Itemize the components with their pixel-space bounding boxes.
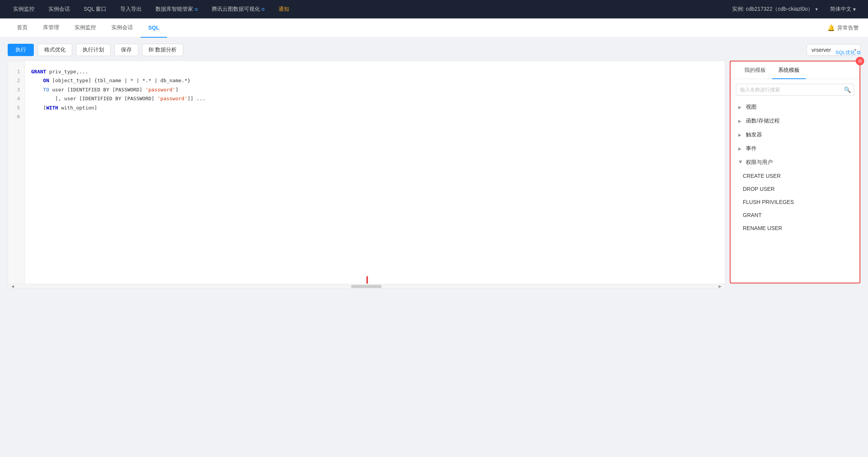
lang-selector[interactable]: 简体中文 ▾ — [824, 6, 862, 13]
sql-toolbar: 执行 格式优化 执行计划 保存 BI 数据分析 vrserver ▾ — [8, 44, 860, 56]
panel-search-wrap: 🔍 — [731, 79, 860, 100]
search-icon[interactable]: 🔍 — [844, 86, 851, 93]
panel-tabs: 我的模板 系统模板 — [731, 61, 860, 79]
bi-button[interactable]: BI 数据分析 — [142, 44, 183, 56]
format-button[interactable]: 格式优化 — [38, 44, 72, 56]
scroll-position-marker — [366, 276, 368, 284]
nav-import-export[interactable]: 导入导出 — [113, 0, 149, 18]
instance-chevron-icon: ▾ — [815, 7, 818, 12]
scroll-left-arrow-icon[interactable]: ◀ — [11, 284, 14, 288]
nav-db-smart-admin[interactable]: 数据库智能管家 ⧉ — [149, 0, 205, 18]
alert-button[interactable]: 🔔 异常告警 — [827, 24, 859, 31]
tree-arrow-func-icon: ▶ — [738, 119, 743, 124]
save-button[interactable]: 保存 — [114, 44, 138, 56]
sql-optimize-link[interactable]: SQL优化 ⧉ — [835, 49, 860, 56]
external-link-icon: ⧉ — [195, 7, 198, 12]
execute-button[interactable]: 执行 — [8, 44, 34, 56]
line-numbers: 1 2 3 4 5 6 — [8, 61, 25, 284]
editor-scrollbar[interactable]: ◀ ▶ — [8, 284, 725, 288]
main-content: 执行 格式优化 执行计划 保存 BI 数据分析 vrserver ▾ 1 2 3… — [0, 38, 868, 457]
template-tree: ▶ 视图 ▶ 函数/存储过程 ▶ 触发器 ▶ — [731, 100, 860, 241]
tree-child-flush-privileges[interactable]: FLUSH PRIVILEGES — [743, 195, 860, 209]
nav2-home[interactable]: 首页 — [9, 18, 35, 38]
bell-icon: 🔔 — [827, 24, 835, 31]
tree-child-rename-user[interactable]: RENAME USER — [743, 222, 860, 235]
top-nav: 实例监控 实例会话 SQL 窗口 导入导出 数据库智能管家 ⧉ 腾讯云图数据可视… — [0, 0, 868, 18]
scroll-thumb[interactable] — [351, 285, 382, 288]
tree-arrow-event-icon: ▶ — [738, 146, 743, 151]
tree-item-func-proc[interactable]: ▶ 函数/存储过程 — [731, 114, 860, 128]
right-panel: 存 我的模板 系统模板 🔍 — [730, 61, 860, 283]
lang-chevron-icon: ▾ — [853, 6, 856, 12]
tree-child-grant[interactable]: GRANT — [743, 209, 860, 222]
nav2-sql[interactable]: SQL — [141, 18, 167, 38]
tree-child-create-user[interactable]: CREATE USER — [743, 169, 860, 182]
external-link-icon-2: ⧉ — [262, 7, 265, 12]
code-area[interactable]: GRANT priv_type,... ON [object_type] {tb… — [25, 61, 725, 284]
second-nav: 首页 库管理 实例监控 实例会话 SQL 🔔 异常告警 — [0, 18, 868, 38]
nav2-db-mgmt[interactable]: 库管理 — [35, 18, 67, 38]
template-search-input[interactable] — [736, 84, 854, 96]
nav-notice[interactable]: 通知 — [272, 0, 296, 18]
tree-arrow-trigger-icon: ▶ — [738, 132, 743, 137]
tree-child-drop-user[interactable]: DROP USER — [743, 182, 860, 195]
external-link-icon-sql: ⧉ — [857, 50, 860, 56]
nav-sql-window[interactable]: SQL 窗口 — [77, 0, 113, 18]
nav-instance-monitor[interactable]: 实例监控 — [6, 0, 41, 18]
nav2-inst-monitor[interactable]: 实例监控 — [67, 18, 104, 38]
tree-item-event[interactable]: ▶ 事件 — [731, 142, 860, 156]
nav2-inst-session[interactable]: 实例会话 — [104, 18, 141, 38]
tab-sys-template[interactable]: 系统模板 — [772, 61, 806, 79]
sql-editor-container: 1 2 3 4 5 6 GRANT priv_type,... ON [obje… — [8, 61, 725, 289]
badge-cun: 存 — [856, 57, 864, 65]
editor-panel-wrap: 1 2 3 4 5 6 GRANT priv_type,... ON [obje… — [8, 61, 860, 289]
instance-selector[interactable]: 实例: cdb217322（cdb-ckiazl0o） ▾ — [726, 6, 824, 13]
tree-item-trigger[interactable]: ▶ 触发器 — [731, 128, 860, 142]
tree-item-view[interactable]: ▶ 视图 — [731, 100, 860, 114]
tree-arrow-view-icon: ▶ — [738, 105, 743, 110]
tree-children-perm: CREATE USER DROP USER FLUSH PRIVILEGES G… — [731, 169, 860, 235]
nav-instance-session[interactable]: 实例会话 — [41, 0, 77, 18]
tab-my-template[interactable]: 我的模板 — [738, 61, 772, 79]
tree-arrow-perm-icon: ▶ — [738, 160, 743, 165]
nav-tencent-viz[interactable]: 腾讯云图数据可视化 ⧉ — [205, 0, 272, 18]
tree-item-perm-user[interactable]: ▶ 权限与用户 — [731, 156, 860, 169]
scroll-right-arrow-icon[interactable]: ▶ — [719, 284, 722, 288]
sql-editor[interactable]: 1 2 3 4 5 6 GRANT priv_type,... ON [obje… — [8, 61, 725, 284]
plan-button[interactable]: 执行计划 — [76, 44, 111, 56]
right-panel-wrapper: SQL优化 ⧉ 存 我的模板 系统模板 🔍 — [730, 61, 860, 283]
